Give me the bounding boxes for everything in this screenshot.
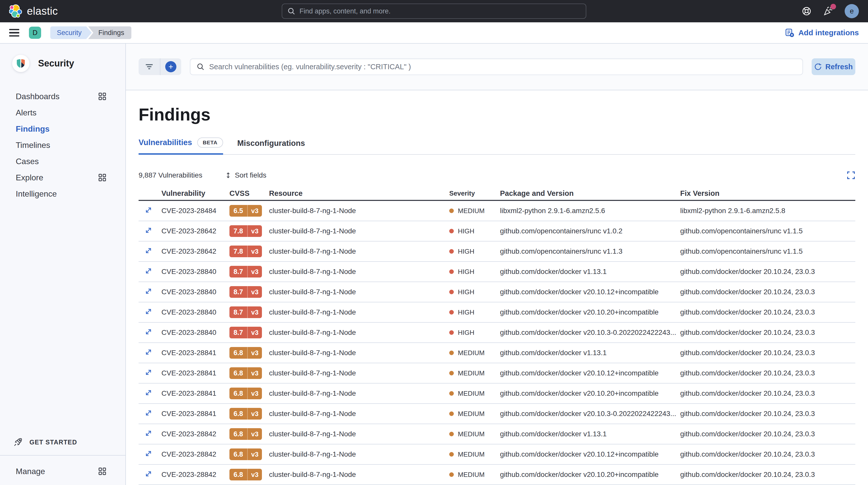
cvss-score: 6.8 [229,367,247,379]
fix-version: github.com/docker/docker 20.10.24, 23.0.… [680,410,855,418]
resource-name: cluster-build-8-7-ng-1-Node [269,410,449,418]
add-filter-button[interactable]: + [160,58,181,75]
severity-label: HIGH [458,248,474,255]
sidebar-item-intelligence[interactable]: Intelligence [0,186,125,202]
vulnerability-id: CVE-2023-28841 [161,349,216,357]
breadcrumb: Security Findings [50,26,131,39]
expand-row-button[interactable] [145,267,152,275]
cvss-badge: 6.8 v3 [229,449,262,460]
resource-name: cluster-build-8-7-ng-1-Node [269,389,449,397]
column-header: Resource [269,189,449,198]
column-header: Package and Version [500,189,680,198]
resource-name: cluster-build-8-7-ng-1-Node [269,349,449,357]
global-search-bar[interactable] [282,4,586,19]
cvss-version: v3 [247,408,262,420]
breadcrumb-security[interactable]: Security [50,26,92,39]
fix-version: github.com/docker/docker 20.10.24, 23.0.… [680,349,855,357]
severity-label: MEDIUM [458,410,485,418]
sidebar-item-manage[interactable]: Manage [0,464,125,479]
expand-row-button[interactable] [145,206,152,214]
sidebar-item-explore[interactable]: Explore [0,169,125,186]
tab-misconfigurations[interactable]: Misconfigurations [237,137,305,155]
expand-row-button[interactable] [145,328,152,335]
cvss-badge: 8.7 v3 [229,306,262,318]
sort-fields-label: Sort fields [235,171,267,179]
table-row: CVE-2023-28840 8.7 v3 cluster-build-8-7-… [138,282,855,302]
sidebar-item-cases[interactable]: Cases [0,153,125,169]
grid-icon [98,93,106,100]
vulnerability-id: CVE-2023-28842 [161,471,216,478]
severity-label: HIGH [458,227,474,235]
cvss-version: v3 [247,266,262,278]
cvss-score: 8.7 [229,266,247,278]
severity-dot [449,391,454,396]
user-avatar[interactable]: e [845,4,859,18]
newsfeed-icon[interactable] [823,6,834,17]
table-row: CVE-2023-28842 6.8 v3 cluster-build-8-7-… [138,424,855,444]
severity-label: MEDIUM [458,451,485,458]
severity-dot [449,452,454,457]
table-row: CVE-2023-28484 6.5 v3 cluster-build-8-7-… [138,201,855,221]
add-integrations-button[interactable]: Add integrations [785,28,859,37]
vulnerability-search-bar[interactable] [190,58,803,75]
fix-version: github.com/docker/docker 20.10.24, 23.0.… [680,369,855,377]
expand-row-button[interactable] [145,389,152,396]
table-row: CVE-2023-28842 6.8 v3 cluster-build-8-7-… [138,465,855,485]
cvss-score: 8.7 [229,286,247,298]
severity-label: MEDIUM [458,349,485,357]
sidebar-item-dashboards[interactable]: Dashboards [0,88,125,104]
severity-dot [449,412,454,416]
expand-row-button[interactable] [145,227,152,234]
cvss-score: 7.8 [229,246,247,257]
filter-icon-button[interactable] [138,58,160,75]
menu-hamburger-icon[interactable] [9,29,19,36]
sidebar-item-findings[interactable]: Findings [0,121,125,137]
cvss-score: 6.8 [229,428,247,440]
expand-row-button[interactable] [145,287,152,295]
search-icon [196,63,205,71]
fullscreen-icon[interactable] [847,171,855,180]
cvss-score: 8.7 [229,306,247,318]
cvss-badge: 6.8 v3 [229,367,262,379]
cvss-score: 6.5 [229,205,247,217]
severity-dot [449,249,454,254]
expand-row-button[interactable] [145,470,152,478]
sidebar-item-alerts[interactable]: Alerts [0,104,125,121]
grid-icon [98,467,106,475]
tab-vulnerabilities[interactable]: VulnerabilitiesBETA [138,137,223,155]
severity-label: MEDIUM [458,430,485,438]
cvss-version: v3 [247,286,262,298]
resource-name: cluster-build-8-7-ng-1-Node [269,471,449,479]
table-row: CVE-2023-28841 6.8 v3 cluster-build-8-7-… [138,404,855,424]
table-row: CVE-2023-28841 6.8 v3 cluster-build-8-7-… [138,363,855,384]
package-version: github.com/docker/docker v20.10.12+incom… [500,288,680,296]
severity-dot [449,310,454,315]
expand-row-button[interactable] [145,368,152,376]
fix-version: github.com/opencontainers/runc v1.1.5 [680,227,855,235]
cvss-version: v3 [247,306,262,318]
expand-row-button[interactable] [145,429,152,437]
expand-row-button[interactable] [145,348,152,356]
global-search-input[interactable] [300,7,581,15]
expand-row-button[interactable] [145,308,152,315]
severity-dot [449,432,454,436]
table-header-row: VulnerabilityCVSSResourceSeverityPackage… [138,187,855,201]
deployment-badge[interactable]: D [29,27,41,39]
expand-row-button[interactable] [145,247,152,254]
sort-fields-button[interactable]: Sort fields [225,171,267,179]
severity-dot [449,229,454,233]
expand-row-button[interactable] [145,450,152,457]
expand-row-button[interactable] [145,409,152,417]
sidebar-item-timelines[interactable]: Timelines [0,137,125,153]
elastic-brand[interactable]: elastic [9,4,58,18]
get-started-button[interactable]: GET STARTED [0,437,125,455]
refresh-button[interactable]: Refresh [812,58,855,75]
help-icon[interactable] [802,6,812,16]
sidebar-item-label: Alerts [16,108,106,118]
vulnerability-search-input[interactable] [209,63,797,71]
cvss-version: v3 [247,449,262,460]
breadcrumb-bar: D Security Findings Add integrations [0,22,868,44]
sidebar-divider [0,455,125,456]
cvss-badge: 7.8 v3 [229,225,262,237]
table-row: CVE-2023-28841 6.8 v3 cluster-build-8-7-… [138,343,855,363]
